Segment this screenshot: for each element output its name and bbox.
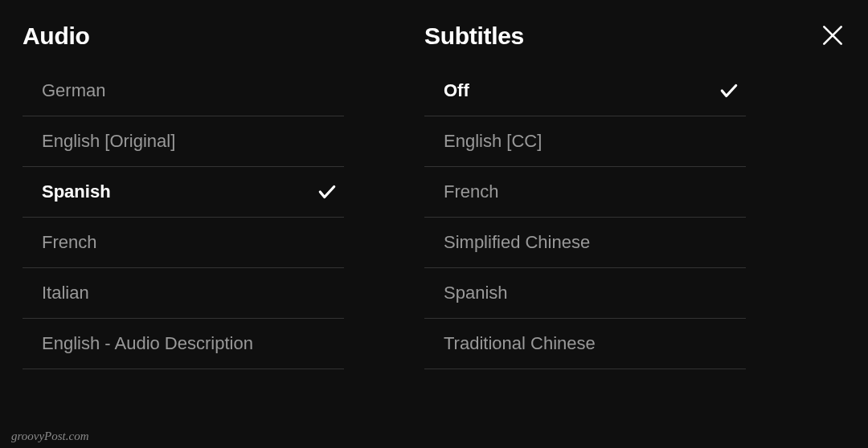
subtitles-option-simplified-chinese[interactable]: Simplified Chinese <box>424 218 746 268</box>
audio-heading: Audio <box>23 22 344 50</box>
audio-option-label: English [Original] <box>42 131 175 152</box>
audio-option-italian[interactable]: Italian <box>23 268 344 319</box>
subtitles-option-label: English [CC] <box>444 131 542 152</box>
audio-list: German English [Original] Spanish French <box>23 80 344 369</box>
subtitles-list: Off English [CC] French Simplified Chine… <box>424 80 746 369</box>
audio-option-label: Spanish <box>42 181 111 202</box>
audio-option-spanish[interactable]: Spanish <box>23 167 344 218</box>
subtitles-option-traditional-chinese[interactable]: Traditional Chinese <box>424 319 746 369</box>
close-button[interactable] <box>820 22 845 48</box>
subtitles-heading: Subtitles <box>424 22 746 50</box>
audio-option-english-audio-description[interactable]: English - Audio Description <box>23 319 344 369</box>
watermark-text: groovyPost.com <box>11 430 89 443</box>
audio-option-label: English - Audio Description <box>42 333 253 354</box>
audio-option-german[interactable]: German <box>23 80 344 116</box>
close-icon <box>820 22 845 48</box>
audio-option-french[interactable]: French <box>23 218 344 268</box>
audio-column: Audio German English [Original] Spanish <box>23 22 344 448</box>
subtitles-option-spanish[interactable]: Spanish <box>424 268 746 319</box>
subtitles-option-french[interactable]: French <box>424 167 746 218</box>
audio-option-label: German <box>42 80 105 101</box>
audio-option-label: Italian <box>42 283 89 303</box>
subtitles-column: Subtitles Off English [CC] French <box>424 22 746 448</box>
subtitles-option-label: Traditional Chinese <box>444 333 596 354</box>
subtitles-option-label: Simplified Chinese <box>444 232 590 253</box>
settings-panel: Audio German English [Original] Spanish <box>0 0 868 448</box>
checkmark-icon <box>317 181 338 202</box>
checkmark-icon <box>719 80 739 101</box>
subtitles-option-label: Spanish <box>444 283 508 303</box>
subtitles-option-off[interactable]: Off <box>424 80 746 116</box>
audio-option-label: French <box>42 232 96 253</box>
subtitles-option-label: Off <box>444 80 469 101</box>
subtitles-option-label: French <box>444 181 498 202</box>
subtitles-option-english-cc[interactable]: English [CC] <box>424 116 746 167</box>
audio-option-english-original[interactable]: English [Original] <box>23 116 344 167</box>
